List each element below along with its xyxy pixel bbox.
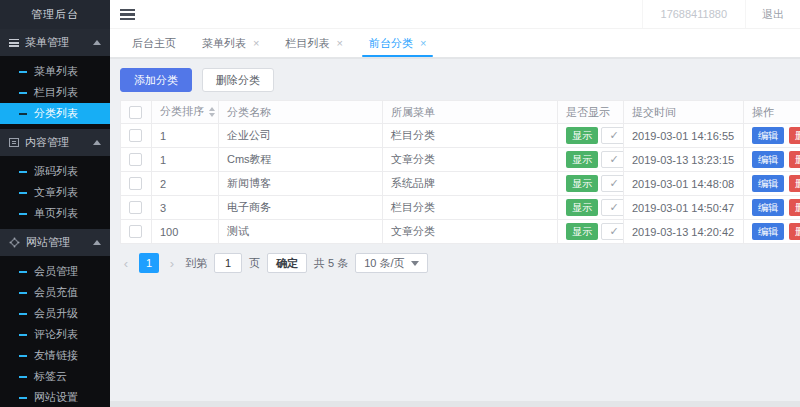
cell-sort: 1 bbox=[152, 148, 219, 172]
user-phone[interactable]: 17688411880 bbox=[642, 0, 745, 28]
row-checkbox[interactable] bbox=[129, 153, 142, 166]
add-category-button[interactable]: 添加分类 bbox=[120, 68, 192, 92]
table-row: 100 测试 文章分类 显示 ✓ 2019-03-13 14:20:42 编辑删… bbox=[121, 220, 800, 244]
select-all-checkbox[interactable] bbox=[129, 106, 142, 119]
sidebar-item[interactable]: 栏目列表 bbox=[0, 82, 110, 103]
chevron-up-icon bbox=[93, 136, 101, 145]
table-row: 3 电子商务 栏目分类 显示 ✓ 2019-03-01 14:50:47 编辑删… bbox=[121, 196, 800, 220]
per-page-select[interactable]: 10 条/页 bbox=[355, 253, 427, 273]
cell-name: 测试 bbox=[219, 220, 383, 244]
visibility-toggle[interactable]: 显示 ✓ bbox=[566, 223, 624, 240]
check-icon: ✓ bbox=[609, 225, 618, 238]
hamburger-icon[interactable] bbox=[120, 9, 135, 20]
row-checkbox[interactable] bbox=[129, 225, 142, 238]
sidebar-group-menu-header[interactable]: 菜单管理 bbox=[0, 29, 110, 56]
column-header-menu: 所属菜单 bbox=[383, 101, 558, 124]
sidebar-item[interactable]: 菜单列表 bbox=[0, 61, 110, 82]
sidebar-item[interactable]: 标签云 bbox=[0, 366, 110, 387]
sidebar-item[interactable]: 会员充值 bbox=[0, 282, 110, 303]
dash-icon bbox=[19, 213, 27, 215]
column-header-sort: 分类排序 bbox=[160, 105, 204, 117]
sidebar-item[interactable]: 源码列表 bbox=[0, 161, 110, 182]
edit-button[interactable]: 编辑 bbox=[752, 175, 784, 192]
sidebar-group-content-header[interactable]: 内容管理 bbox=[0, 129, 110, 156]
cell-name: 新闻博客 bbox=[219, 172, 383, 196]
sidebar-item-label: 源码列表 bbox=[34, 164, 78, 179]
app-title: 管理后台 bbox=[0, 0, 110, 29]
sidebar-item[interactable]: 单页列表 bbox=[0, 203, 110, 224]
sidebar-group-label: 网站管理 bbox=[26, 235, 70, 250]
edit-button[interactable]: 编辑 bbox=[752, 127, 784, 144]
total-count: 共 5 条 bbox=[314, 256, 348, 271]
tab[interactable]: 栏目列表 × bbox=[272, 29, 355, 57]
cell-name: 企业公司 bbox=[219, 124, 383, 148]
sidebar-item[interactable]: 网站设置 bbox=[0, 387, 110, 407]
topbar: 17688411880 退出 bbox=[110, 0, 800, 29]
next-page-icon[interactable]: › bbox=[166, 256, 178, 271]
cell-menu: 系统品牌 bbox=[383, 172, 558, 196]
tab-label: 后台主页 bbox=[132, 36, 176, 51]
dash-icon bbox=[19, 376, 27, 378]
check-box[interactable]: ✓ bbox=[601, 151, 624, 168]
sidebar-item[interactable]: 友情链接 bbox=[0, 345, 110, 366]
sidebar-submenu: 会员管理 会员充值 会员升级 评论列表 bbox=[0, 256, 110, 407]
close-icon[interactable]: × bbox=[336, 37, 342, 49]
tab[interactable]: 菜单列表 × bbox=[189, 29, 272, 57]
sidebar-item[interactable]: 会员管理 bbox=[0, 261, 110, 282]
menu-icon bbox=[9, 39, 19, 47]
edit-button[interactable]: 编辑 bbox=[752, 199, 784, 216]
delete-category-button[interactable]: 删除分类 bbox=[202, 68, 274, 92]
show-badge: 显示 bbox=[566, 199, 598, 216]
check-box[interactable]: ✓ bbox=[601, 127, 624, 144]
sidebar-item-label: 评论列表 bbox=[34, 327, 78, 342]
cell-name: Cms教程 bbox=[219, 148, 383, 172]
row-checkbox[interactable] bbox=[129, 201, 142, 214]
cell-sort: 3 bbox=[152, 196, 219, 220]
sort-icon[interactable] bbox=[209, 104, 215, 120]
sidebar-group-site: 网站管理 会员管理 会员充值 会员升级 bbox=[0, 229, 110, 407]
delete-button[interactable]: 删除 bbox=[789, 199, 800, 216]
delete-button[interactable]: 删除 bbox=[789, 151, 800, 168]
chevron-down-icon bbox=[411, 261, 419, 270]
goto-page-input[interactable] bbox=[214, 253, 242, 273]
cell-sort: 1 bbox=[152, 124, 219, 148]
close-icon[interactable]: × bbox=[420, 37, 426, 49]
delete-button[interactable]: 删除 bbox=[789, 175, 800, 192]
delete-button[interactable]: 删除 bbox=[789, 223, 800, 240]
visibility-toggle[interactable]: 显示 ✓ bbox=[566, 127, 624, 144]
close-icon[interactable]: × bbox=[253, 37, 259, 49]
dash-icon bbox=[19, 334, 27, 336]
check-box[interactable]: ✓ bbox=[601, 199, 624, 216]
edit-button[interactable]: 编辑 bbox=[752, 151, 784, 168]
topbar-right: 17688411880 退出 bbox=[642, 0, 800, 28]
cell-time: 2019-03-13 14:20:42 bbox=[624, 220, 744, 244]
dash-icon bbox=[19, 313, 27, 315]
visibility-toggle[interactable]: 显示 ✓ bbox=[566, 199, 624, 216]
edit-button[interactable]: 编辑 bbox=[752, 223, 784, 240]
sidebar-group-site-header[interactable]: 网站管理 bbox=[0, 229, 110, 256]
pagination: ‹ 1 › 到第 页 确定 共 5 条 10 条/页 bbox=[120, 253, 793, 273]
cell-sort: 2 bbox=[152, 172, 219, 196]
check-box[interactable]: ✓ bbox=[601, 175, 624, 192]
sidebar-item[interactable]: 评论列表 bbox=[0, 324, 110, 345]
tab[interactable]: 后台主页 × bbox=[119, 29, 189, 57]
sidebar-item[interactable]: 文章列表 bbox=[0, 182, 110, 203]
goto-confirm-button[interactable]: 确定 bbox=[267, 253, 307, 273]
current-page[interactable]: 1 bbox=[139, 253, 159, 273]
check-box[interactable]: ✓ bbox=[601, 223, 624, 240]
sidebar-item[interactable]: 会员升级 bbox=[0, 303, 110, 324]
visibility-toggle[interactable]: 显示 ✓ bbox=[566, 175, 624, 192]
sidebar-submenu: 菜单列表 栏目列表 分类列表 bbox=[0, 56, 110, 129]
prev-page-icon[interactable]: ‹ bbox=[120, 256, 132, 271]
row-checkbox[interactable] bbox=[129, 177, 142, 190]
check-icon: ✓ bbox=[609, 201, 618, 214]
logout-link[interactable]: 退出 bbox=[745, 0, 800, 28]
sidebar-item[interactable]: 分类列表 bbox=[0, 103, 110, 124]
delete-button[interactable]: 删除 bbox=[789, 127, 800, 144]
dash-icon bbox=[19, 171, 27, 173]
sidebar-submenu: 源码列表 文章列表 单页列表 bbox=[0, 156, 110, 229]
dash-icon bbox=[19, 192, 27, 194]
row-checkbox[interactable] bbox=[129, 129, 142, 142]
visibility-toggle[interactable]: 显示 ✓ bbox=[566, 151, 624, 168]
tab[interactable]: 前台分类 × bbox=[356, 29, 439, 57]
